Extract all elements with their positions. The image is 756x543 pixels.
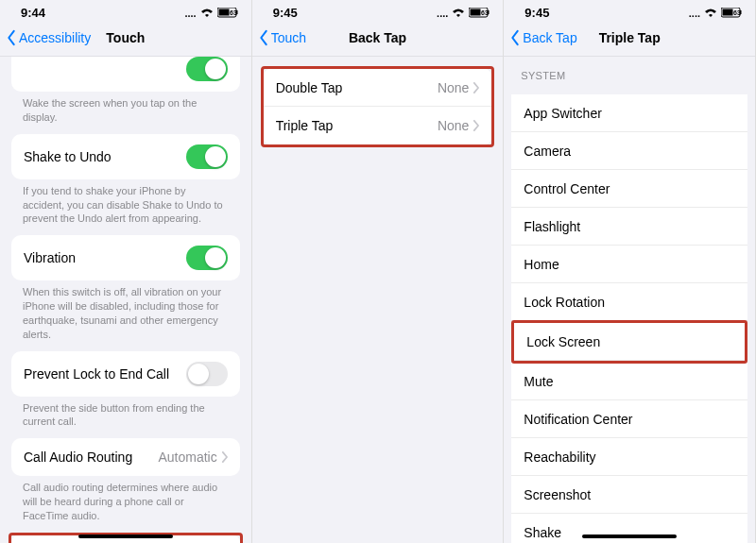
back-label: Back Tap xyxy=(523,30,576,45)
status-indicators: .... 63 xyxy=(184,8,237,19)
status-indicators: .... 63 xyxy=(689,8,742,19)
system-action-row[interactable]: Camera xyxy=(511,132,747,170)
row-label: Shake xyxy=(524,525,561,540)
status-bar: 9:45 .... 63 xyxy=(504,0,755,22)
system-action-row[interactable]: Screenshot xyxy=(511,476,747,514)
status-time: 9:45 xyxy=(273,6,298,20)
row-label: Notification Center xyxy=(524,412,632,427)
content-scroll[interactable]: SYSTEM App SwitcherCameraControl CenterF… xyxy=(504,57,755,543)
call-audio-footer: Call audio routing determines where audi… xyxy=(0,476,251,523)
row-value: Automatic xyxy=(158,450,227,465)
prevent-lock-row[interactable]: Prevent Lock to End Call xyxy=(11,351,240,397)
chevron-right-icon xyxy=(472,120,479,131)
tap-to-wake-row[interactable] xyxy=(11,57,240,92)
prevent-lock-footer: Prevent the side button from ending the … xyxy=(0,397,251,430)
row-label: Triple Tap xyxy=(276,118,334,133)
svg-text:63: 63 xyxy=(481,9,489,16)
tap-to-wake-footer: Wake the screen when you tap on the disp… xyxy=(0,92,251,125)
back-label: Touch xyxy=(271,30,306,45)
triple-tap-row[interactable]: Triple Tap None xyxy=(264,107,492,144)
tap-to-wake-group-partial xyxy=(11,57,240,92)
back-button[interactable]: Accessibility xyxy=(0,29,91,46)
home-indicator[interactable] xyxy=(582,535,677,538)
row-label: Lock Screen xyxy=(526,334,600,349)
back-tap-options-highlight: Double Tap None Triple Tap None xyxy=(261,66,495,147)
row-label: Double Tap xyxy=(276,80,343,95)
status-time: 9:45 xyxy=(524,6,549,20)
status-indicators: .... 63 xyxy=(437,8,490,19)
nav-bar: Touch Back Tap xyxy=(252,22,504,57)
back-tap-options-group: Double Tap None Triple Tap None xyxy=(264,69,492,144)
vibration-toggle[interactable] xyxy=(186,246,228,270)
row-label: Camera xyxy=(524,144,571,159)
status-time: 9:44 xyxy=(21,6,45,20)
chevron-right-icon xyxy=(221,451,228,463)
system-action-row[interactable]: Lock Rotation xyxy=(511,283,747,321)
system-action-row[interactable]: Home xyxy=(511,246,747,283)
status-bar: 9:45 .... 63 xyxy=(252,0,504,22)
prevent-lock-group: Prevent Lock to End Call xyxy=(11,351,240,397)
chevron-left-icon xyxy=(509,29,521,46)
nav-title: Back Tap xyxy=(349,30,406,45)
content-scroll[interactable]: Wake the screen when you tap on the disp… xyxy=(0,57,251,543)
system-action-row[interactable]: Notification Center xyxy=(511,400,747,438)
panel-touch-settings: 9:44 .... 63 Accessibility Touch Wake th… xyxy=(0,0,252,543)
shake-to-undo-footer: If you tend to shake your iPhone by acci… xyxy=(0,179,251,227)
back-button[interactable]: Back Tap xyxy=(504,29,576,46)
system-action-row[interactable]: Mute xyxy=(511,363,747,400)
double-tap-row[interactable]: Double Tap None xyxy=(264,69,492,107)
nav-bar: Accessibility Touch xyxy=(0,22,251,57)
chevron-right-icon xyxy=(472,82,479,93)
nav-title: Triple Tap xyxy=(599,30,661,45)
svg-rect-9 xyxy=(723,9,733,16)
svg-text:63: 63 xyxy=(733,9,741,16)
system-action-row[interactable]: App Switcher xyxy=(511,94,747,132)
call-audio-group: Call Audio Routing Automatic xyxy=(11,438,240,476)
shake-to-undo-group: Shake to Undo xyxy=(11,134,240,179)
section-header-system: SYSTEM xyxy=(504,57,755,85)
chevron-left-icon xyxy=(6,29,17,46)
svg-rect-1 xyxy=(218,9,229,16)
status-bar: 9:44 .... 63 xyxy=(0,0,251,22)
row-label: Lock Rotation xyxy=(524,295,605,310)
system-action-row[interactable]: Flashlight xyxy=(511,208,747,246)
row-label: Call Audio Routing xyxy=(24,450,132,465)
shake-to-undo-toggle[interactable] xyxy=(186,144,228,169)
nav-bar: Back Tap Triple Tap xyxy=(504,22,755,57)
vibration-footer: When this switch is off, all vibration o… xyxy=(0,280,251,341)
vibration-group: Vibration xyxy=(11,235,240,280)
vibration-row[interactable]: Vibration xyxy=(11,235,240,280)
panel-back-tap: 9:45 .... 63 Touch Back Tap Double Tap N… xyxy=(252,0,505,543)
chevron-left-icon xyxy=(258,29,269,46)
system-actions-list: App SwitcherCameraControl CenterFlashlig… xyxy=(511,94,747,543)
row-label: App Switcher xyxy=(524,106,601,121)
row-label: Vibration xyxy=(24,250,76,265)
call-audio-row[interactable]: Call Audio Routing Automatic xyxy=(11,438,240,476)
system-action-row[interactable]: Reachability xyxy=(511,438,747,476)
system-action-row[interactable]: Lock Screen xyxy=(514,323,745,361)
shake-to-undo-row[interactable]: Shake to Undo xyxy=(11,134,240,179)
svg-rect-5 xyxy=(471,9,481,16)
row-value: None xyxy=(438,80,479,95)
row-label: Prevent Lock to End Call xyxy=(24,366,169,382)
prevent-lock-toggle[interactable] xyxy=(186,362,228,386)
row-label: Flashlight xyxy=(524,219,580,234)
row-label: Home xyxy=(524,257,558,272)
lock-screen-highlight: Lock Screen xyxy=(511,320,747,364)
row-label: Control Center xyxy=(524,181,610,196)
nav-title: Touch xyxy=(106,30,145,45)
row-value: None xyxy=(438,118,479,133)
row-label: Reachability xyxy=(524,450,595,465)
panel-triple-tap: 9:45 .... 63 Back Tap Triple Tap SYSTEM … xyxy=(504,0,756,543)
tap-to-wake-toggle[interactable] xyxy=(186,57,228,81)
row-label: Shake to Undo xyxy=(24,149,112,164)
back-button[interactable]: Touch xyxy=(252,29,306,46)
row-label: Mute xyxy=(524,374,553,389)
row-label: Screenshot xyxy=(524,487,591,502)
home-indicator[interactable] xyxy=(78,535,173,538)
back-label: Accessibility xyxy=(19,30,91,45)
system-action-row[interactable]: Control Center xyxy=(511,170,747,208)
system-action-row[interactable]: Shake xyxy=(511,514,747,543)
content-scroll[interactable]: Double Tap None Triple Tap None xyxy=(252,57,504,543)
svg-text:63: 63 xyxy=(230,9,237,16)
